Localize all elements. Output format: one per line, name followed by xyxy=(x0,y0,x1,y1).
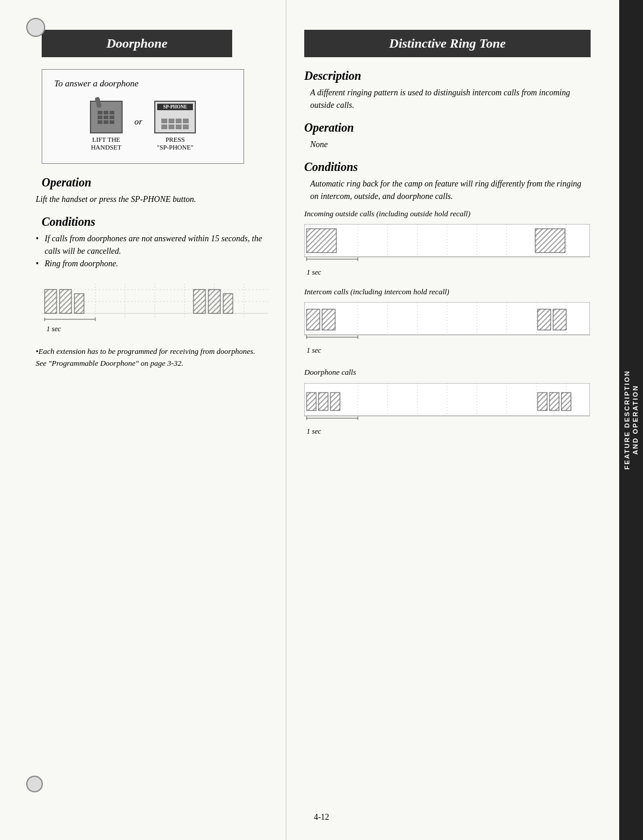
key xyxy=(110,111,114,114)
sp-key xyxy=(168,119,174,123)
right-conditions-title: Conditions xyxy=(304,160,591,174)
sp-phone-label: SP-PHONE xyxy=(157,104,193,110)
svg-rect-45 xyxy=(322,309,335,330)
svg-rect-14 xyxy=(223,294,233,313)
bullet-item-1: If calls from doorphones are not answere… xyxy=(36,232,268,257)
sp-phone-grid xyxy=(160,117,190,130)
doorphone-label: Doorphone calls xyxy=(304,367,591,378)
incoming-label: Incoming outside calls (including outsid… xyxy=(304,209,591,219)
intercom-sec-label: 1 sec xyxy=(307,346,591,355)
sp-key xyxy=(161,119,167,123)
intercom-label: Intercom calls (including intercom hold … xyxy=(304,287,591,297)
sp-key xyxy=(168,125,174,129)
svg-rect-44 xyxy=(307,309,320,330)
left-sec-label: 1 sec xyxy=(46,325,268,334)
circle-deco-top xyxy=(26,18,45,37)
or-text: or xyxy=(135,117,142,127)
incoming-sec-label: 1 sec xyxy=(307,268,591,277)
right-description-body: A different ringing pattern is used to d… xyxy=(310,86,591,111)
phone-handle xyxy=(95,97,102,108)
incoming-ring-svg xyxy=(304,224,590,265)
svg-rect-10 xyxy=(60,290,71,313)
svg-rect-9 xyxy=(45,290,57,313)
svg-rect-46 xyxy=(538,309,551,330)
key xyxy=(98,120,102,124)
left-column: Doorphone To answer a doorphone xyxy=(0,0,286,840)
sp-key xyxy=(161,125,167,129)
doorphone-sec-label: 1 sec xyxy=(307,427,591,436)
sp-phone-button: SP-PHONE xyxy=(154,101,196,133)
sp-key xyxy=(183,119,189,123)
left-operation-body: Lift the handset or press the SP-PHONE b… xyxy=(36,193,268,206)
left-conditions-list: If calls from doorphones are not answere… xyxy=(36,232,268,270)
key xyxy=(98,111,102,114)
svg-rect-13 xyxy=(208,290,220,313)
feature-description-tab: FEATURE DESCRIPTIONAND OPERATION xyxy=(619,0,643,840)
svg-rect-63 xyxy=(330,393,340,410)
svg-rect-11 xyxy=(74,294,84,313)
intercom-ring-svg xyxy=(304,302,590,343)
right-column: Distinctive Ring Tone Description A diff… xyxy=(286,0,620,840)
sp-key xyxy=(176,125,182,129)
doorphone-ring-diagram: 1 sec xyxy=(304,383,591,436)
right-header: Distinctive Ring Tone xyxy=(304,30,591,57)
svg-rect-12 xyxy=(193,290,205,313)
key xyxy=(110,116,114,119)
svg-rect-47 xyxy=(553,309,566,330)
circle-deco-bottom xyxy=(26,776,43,792)
sidebar-label: FEATURE DESCRIPTIONAND OPERATION xyxy=(623,370,640,469)
sp-key xyxy=(176,119,182,123)
key xyxy=(104,111,108,114)
svg-rect-65 xyxy=(550,393,559,410)
bullet-item-2: Ring from doorphone. xyxy=(36,257,268,270)
instruction-text: To answer a doorphone xyxy=(54,79,232,89)
incoming-ring-diagram: 1 sec xyxy=(304,224,591,277)
svg-rect-66 xyxy=(561,393,571,410)
doorphone-ring-svg xyxy=(304,383,590,424)
svg-rect-62 xyxy=(319,393,328,410)
lift-handset-label: LIFT THEHANDSET xyxy=(91,136,121,151)
left-ring-svg xyxy=(42,281,268,322)
phone-body xyxy=(90,101,123,133)
phone-keypad xyxy=(98,111,114,124)
intercom-ring-diagram: 1 sec xyxy=(304,302,591,355)
right-conditions-body: Automatic ring back for the camp on feat… xyxy=(310,178,591,203)
left-header: Doorphone xyxy=(42,30,232,57)
main-content: Doorphone To answer a doorphone xyxy=(0,0,620,840)
left-conditions-title: Conditions xyxy=(42,215,268,229)
sp-key xyxy=(183,125,189,129)
right-operation-body: None xyxy=(310,138,591,151)
right-operation-title: Operation xyxy=(304,121,591,135)
svg-rect-30 xyxy=(535,229,565,253)
right-description-title: Description xyxy=(304,69,591,83)
left-ring-diagram: 1 sec xyxy=(42,281,268,334)
left-operation-title: Operation xyxy=(42,176,268,189)
key xyxy=(104,116,108,119)
left-note: •Each extension has to be programmed for… xyxy=(36,346,262,369)
svg-rect-61 xyxy=(307,393,316,410)
svg-rect-64 xyxy=(538,393,547,410)
key xyxy=(104,120,108,124)
key xyxy=(110,120,114,124)
instruction-row: LIFT THEHANDSET or SP-PHONE xyxy=(54,101,232,151)
instruction-box: To answer a doorphone xyxy=(42,69,244,164)
page: Doorphone To answer a doorphone xyxy=(0,0,643,840)
sp-phone-icon: SP-PHONE xyxy=(154,101,196,151)
page-number: 4-12 xyxy=(314,813,329,822)
key xyxy=(98,116,102,119)
handset-icon: LIFT THEHANDSET xyxy=(90,101,123,151)
svg-rect-29 xyxy=(307,229,336,253)
press-label: PRESS"SP-PHONE" xyxy=(157,136,193,151)
